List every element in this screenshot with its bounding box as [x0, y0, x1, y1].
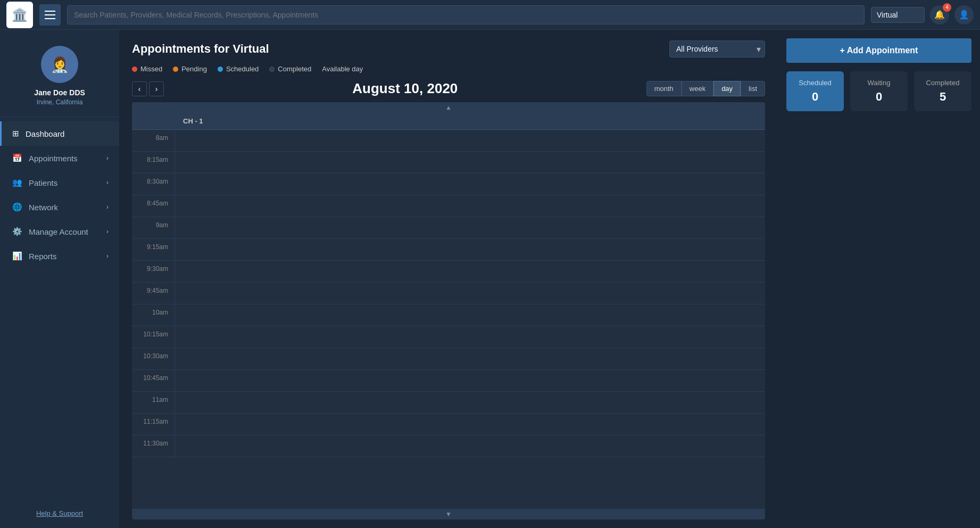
tab-month[interactable]: month: [646, 81, 682, 96]
time-slot[interactable]: [175, 392, 765, 413]
chevron-right-icon: ›: [106, 203, 109, 211]
sidebar-item-manage-account[interactable]: ⚙️ Manage Account ›: [0, 219, 119, 244]
time-label: 11:15am: [132, 414, 175, 435]
prev-button[interactable]: ‹: [132, 81, 147, 96]
next-button[interactable]: ›: [149, 81, 164, 96]
time-label: 11am: [132, 392, 175, 413]
time-row: 11am: [132, 392, 765, 414]
time-label: 11:30am: [132, 435, 175, 457]
time-row: 11:30am: [132, 435, 765, 457]
time-label: 10:45am: [132, 370, 175, 391]
tab-day[interactable]: day: [713, 81, 741, 96]
help-support-link[interactable]: Help & Support: [0, 499, 119, 528]
time-slot[interactable]: [175, 348, 765, 369]
search-input[interactable]: [67, 5, 865, 24]
sidebar-item-label: Appointments: [29, 154, 78, 163]
sidebar-nav: ⊞ Dashboard 📅 Appointments › 👥 Patients …: [0, 121, 119, 499]
legend-scheduled: Scheduled: [218, 65, 259, 73]
main-layout: 👩‍⚕️ Jane Doe DDS Irvine, California ⊞ D…: [0, 30, 980, 528]
time-slot[interactable]: [175, 326, 765, 348]
provider-select[interactable]: All Providers Provider A Provider B: [669, 40, 765, 57]
time-slot[interactable]: [175, 435, 765, 457]
time-slot[interactable]: [175, 283, 765, 304]
available-day-label: Available day: [322, 65, 363, 73]
time-row: 9am: [132, 217, 765, 239]
time-slot[interactable]: [175, 261, 765, 282]
menu-button[interactable]: [39, 4, 61, 26]
user-button[interactable]: 👤: [954, 5, 974, 24]
tab-list[interactable]: list: [741, 81, 765, 96]
stat-card-waiting[interactable]: Waiting 0: [850, 71, 908, 111]
notification-button[interactable]: 🔔 4: [930, 5, 949, 24]
menu-bar: [45, 11, 55, 12]
time-label: 9am: [132, 217, 175, 238]
pending-dot: [173, 67, 178, 72]
time-row: 10:45am: [132, 370, 765, 392]
user-location: Irvine, California: [37, 98, 83, 106]
tab-week[interactable]: week: [682, 81, 713, 96]
time-slot[interactable]: [175, 152, 765, 173]
time-slot[interactable]: [175, 239, 765, 260]
menu-bar: [45, 14, 55, 15]
logo-icon: 🏛️: [12, 7, 28, 22]
page-title: Appointments for Virtual: [132, 42, 269, 56]
calendar-controls: ‹ › August 10, 2020 month week day list: [119, 80, 778, 102]
time-row: 8:45am: [132, 195, 765, 217]
stat-label-completed: Completed: [919, 79, 966, 87]
chevron-right-icon: ›: [106, 179, 109, 186]
time-slot[interactable]: [175, 130, 765, 151]
stats-row: Scheduled 0 Waiting 0 Completed 5: [786, 71, 971, 111]
topbar-right: Virtual In-Person 🔔 4 👤: [871, 5, 974, 24]
user-name: Jane Doe DDS: [34, 88, 85, 97]
legend-missed: Missed: [132, 65, 162, 73]
time-slot[interactable]: [175, 304, 765, 326]
logo: 🏛️: [6, 2, 33, 28]
time-label: 10:15am: [132, 326, 175, 348]
notification-badge: 4: [943, 3, 951, 12]
time-slot[interactable]: [175, 174, 765, 195]
legend-bar: Missed Pending Scheduled Completed Avail…: [119, 65, 778, 80]
sidebar-user: 👩‍⚕️ Jane Doe DDS Irvine, California: [0, 35, 119, 117]
chevron-right-icon: ›: [106, 252, 109, 260]
location-select[interactable]: Virtual In-Person: [871, 7, 925, 23]
time-slot[interactable]: [175, 414, 765, 435]
nav-arrows: ‹ ›: [132, 81, 164, 96]
patients-icon: 👥: [12, 178, 22, 187]
time-label: 8:15am: [132, 152, 175, 173]
sidebar-item-reports[interactable]: 📊 Reports ›: [0, 244, 119, 268]
add-appointment-button[interactable]: + Add Appointment: [786, 38, 971, 63]
sidebar-item-label: Network: [29, 203, 58, 212]
manage-account-icon: ⚙️: [12, 227, 22, 236]
scroll-down-arrow[interactable]: ▼: [132, 509, 765, 519]
avatar: 👩‍⚕️: [41, 46, 78, 83]
legend-completed: Completed: [269, 65, 311, 73]
legend-pending-label: Pending: [181, 65, 207, 73]
time-row: 9:30am: [132, 261, 765, 283]
sidebar-item-dashboard[interactable]: ⊞ Dashboard: [0, 121, 119, 146]
content-area: Appointments for Virtual All Providers P…: [119, 30, 778, 528]
calendar-area: ▲ CH - 1 8am 8:15am 8:30am 8:45am 9am 9:…: [132, 102, 765, 519]
time-slot[interactable]: [175, 217, 765, 238]
network-icon: 🌐: [12, 202, 22, 212]
time-row: 10:30am: [132, 348, 765, 370]
sidebar-item-patients[interactable]: 👥 Patients ›: [0, 170, 119, 195]
calendar-body[interactable]: 8am 8:15am 8:30am 8:45am 9am 9:15am 9:30…: [132, 130, 765, 509]
chevron-right-icon: ›: [106, 154, 109, 162]
sidebar-item-label: Reports: [29, 252, 57, 261]
sidebar-item-label: Patients: [29, 178, 57, 187]
scroll-up-arrow[interactable]: ▲: [132, 102, 765, 113]
time-slot[interactable]: [175, 195, 765, 217]
view-tabs: month week day list: [646, 81, 765, 96]
time-slot[interactable]: [175, 370, 765, 391]
stat-card-completed[interactable]: Completed 5: [914, 71, 971, 111]
time-label: 9:45am: [132, 283, 175, 304]
sidebar-item-appointments[interactable]: 📅 Appointments ›: [0, 146, 119, 170]
time-row: 9:45am: [132, 283, 765, 304]
current-date: August 10, 2020: [172, 80, 638, 97]
stat-card-scheduled[interactable]: Scheduled 0: [786, 71, 844, 111]
time-row: 8:15am: [132, 152, 765, 174]
legend-completed-label: Completed: [278, 65, 311, 73]
missed-dot: [132, 67, 137, 72]
appointments-icon: 📅: [12, 153, 22, 163]
sidebar-item-network[interactable]: 🌐 Network ›: [0, 195, 119, 219]
